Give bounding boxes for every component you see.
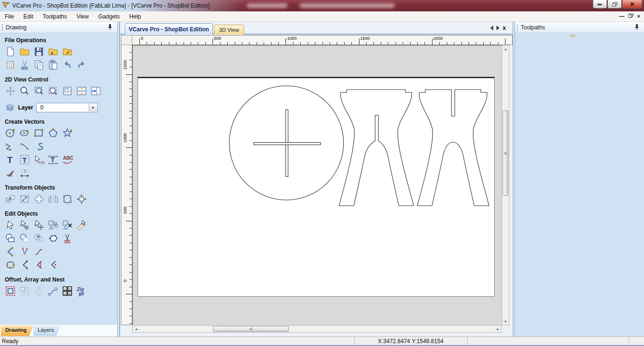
minimize-button[interactable]	[593, 0, 607, 9]
node-edit-cursor-icon[interactable]	[19, 219, 30, 231]
align-objects-icon[interactable]	[33, 193, 45, 205]
tab-drawing[interactable]: Drawing	[1, 326, 33, 336]
ungroup-objects-icon[interactable]	[62, 219, 73, 231]
menu-edit[interactable]: Edit	[18, 12, 38, 21]
draw-text-icon[interactable]: T	[5, 154, 16, 165]
close-button[interactable]: ✕	[622, 0, 642, 9]
menu-view[interactable]: View	[72, 12, 93, 21]
close-vector-curve-icon[interactable]	[33, 259, 45, 271]
text-on-curve-icon[interactable]: ABC	[62, 154, 73, 165]
scroll-left-icon[interactable]: ◂	[133, 326, 139, 332]
zig-text-icon[interactable]: Zigge	[76, 285, 87, 297]
titlebar[interactable]: VCarve Pro - ShopBot Edition {FabLab Lim…	[0, 0, 644, 11]
copy-icon[interactable]	[33, 59, 45, 71]
cut-icon[interactable]	[19, 59, 30, 71]
trim-vectors-icon[interactable]	[62, 233, 73, 244]
menu-toolpaths[interactable]: Toolpaths	[38, 12, 72, 21]
tab-scroll-left-icon[interactable]	[490, 26, 493, 30]
pin-icon[interactable]	[107, 24, 113, 30]
draw-star-icon[interactable]	[62, 127, 73, 139]
array-copy-icon[interactable]	[19, 285, 30, 297]
distort-icon[interactable]	[62, 193, 73, 205]
cut-vector-icon[interactable]	[47, 259, 59, 271]
fillet-tool-icon[interactable]	[5, 259, 16, 271]
draw-ellipse-icon[interactable]	[19, 127, 30, 139]
subtract-vectors-icon[interactable]	[19, 233, 30, 244]
group-objects-icon[interactable]	[47, 219, 59, 231]
transform-cursor-icon[interactable]	[33, 219, 45, 231]
text-spacing-icon[interactable]: T	[47, 154, 59, 165]
select-text-icon[interactable]: AB	[33, 154, 45, 165]
align-center-icon[interactable]	[76, 193, 87, 205]
new-file-icon[interactable]	[5, 46, 16, 57]
draw-polygon-icon[interactable]	[47, 127, 59, 139]
drawing-canvas[interactable]	[132, 45, 502, 325]
horizontal-scrollbar[interactable]: ◂ ▸	[132, 325, 502, 333]
vertical-scroll-thumb[interactable]	[503, 110, 508, 196]
document-tab-2[interactable]: 3D View	[214, 25, 244, 35]
zoom-extents-icon[interactable]	[47, 85, 59, 97]
draw-polyline-icon[interactable]	[5, 141, 16, 152]
vector-texture-icon[interactable]	[5, 167, 16, 179]
weld-vectors-icon[interactable]	[5, 233, 16, 244]
draw-text-box-icon[interactable]: T	[19, 154, 30, 165]
tab-scroll-right-icon[interactable]	[497, 26, 499, 30]
zoom-fit-icon[interactable]	[76, 85, 87, 97]
intersect-vectors-icon[interactable]	[33, 233, 45, 244]
paste-icon[interactable]	[47, 59, 59, 71]
zoom-interactive-icon[interactable]	[19, 85, 30, 97]
mdi-restore-icon[interactable]	[628, 12, 634, 20]
document-tab-1[interactable]: VCarve Pro - ShopBot Edition	[125, 23, 213, 35]
redo-icon[interactable]	[76, 59, 87, 71]
import-vectors-icon[interactable]	[47, 46, 59, 57]
draw-curve-icon[interactable]	[33, 141, 45, 152]
pin-icon[interactable]	[634, 24, 640, 30]
drawing-panel-header[interactable]: Drawing	[0, 22, 117, 33]
close-vector-line-icon[interactable]	[19, 259, 30, 271]
tab-layers[interactable]: Layers	[33, 326, 61, 336]
toolpaths-panel-header[interactable]: Toolpaths	[515, 22, 644, 33]
nest-parts-icon[interactable]: CDAB	[62, 285, 73, 297]
job-setup-icon[interactable]	[5, 59, 16, 71]
offset-vectors-icon[interactable]	[5, 285, 16, 297]
vector-boolean-icon[interactable]	[47, 233, 59, 244]
horizontal-scroll-thumb[interactable]	[213, 326, 289, 332]
import-bitmap-icon[interactable]	[62, 46, 73, 57]
save-file-icon[interactable]	[33, 46, 45, 57]
chevron-down-icon[interactable]: ▼	[89, 104, 97, 111]
mdi-close-icon[interactable]: ×	[637, 12, 640, 20]
zoom-selected-icon[interactable]	[62, 85, 73, 97]
mirror-icon[interactable]	[47, 193, 59, 205]
draw-circle-icon[interactable]	[5, 127, 16, 139]
dimension-icon[interactable]: ?	[19, 167, 30, 179]
layers-icon[interactable]	[5, 102, 15, 113]
select-cursor-icon[interactable]	[5, 219, 16, 231]
scroll-down-icon[interactable]: ▾	[502, 318, 509, 325]
copy-along-vector-icon[interactable]	[47, 285, 59, 297]
mdi-minimize-icon[interactable]: —	[619, 12, 625, 20]
draw-rectangle-icon[interactable]	[33, 127, 45, 139]
extend-vector-icon[interactable]	[33, 246, 45, 257]
menu-gadgets[interactable]: Gadgets	[93, 12, 124, 21]
scroll-up-icon[interactable]: ▴	[502, 46, 509, 52]
restore-button[interactable]	[607, 0, 622, 9]
layer-select[interactable]: 0▼	[36, 103, 98, 112]
menu-file[interactable]: File	[0, 12, 18, 21]
vertical-scrollbar[interactable]: ▴ ▾	[502, 45, 509, 325]
measure-icon[interactable]	[76, 219, 87, 231]
scroll-right-icon[interactable]: ▸	[495, 326, 501, 332]
move-selection-icon[interactable]	[5, 193, 16, 205]
open-file-icon[interactable]	[19, 46, 30, 57]
zoom-box-icon[interactable]	[33, 85, 45, 97]
fit-curves-icon[interactable]	[19, 246, 30, 257]
document-tabs: x VCarve Pro - ShopBot Edition3D View	[120, 22, 513, 35]
menu-help[interactable]: Help	[125, 12, 146, 21]
switch-window-icon[interactable]	[90, 85, 101, 97]
join-vectors-icon[interactable]	[5, 246, 16, 257]
circular-array-icon[interactable]	[33, 285, 45, 297]
undo-icon[interactable]	[62, 59, 73, 71]
pan-icon[interactable]	[5, 85, 16, 97]
set-size-icon[interactable]	[19, 193, 30, 205]
tab-close-icon[interactable]: x	[503, 26, 506, 30]
draw-arc-icon[interactable]	[19, 141, 30, 152]
